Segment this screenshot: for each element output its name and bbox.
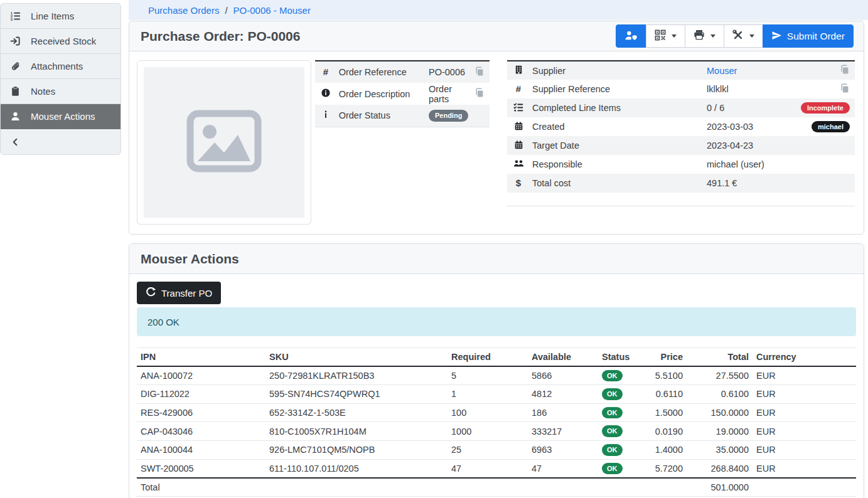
sidebar-collapse-button[interactable] bbox=[1, 129, 121, 154]
supplier-details-table: Supplier Mouser # Supplier Reference lkl… bbox=[507, 60, 855, 206]
sidebar-item-label: Attachments bbox=[31, 61, 83, 72]
table-row: Responsible michael (user) bbox=[507, 155, 855, 174]
breadcrumb: Purchase Orders / PO-0006 - Mouser bbox=[129, 0, 868, 20]
table-row: # Supplier Reference lklklkl bbox=[507, 80, 855, 98]
cell-price: 1.4000 bbox=[650, 441, 687, 460]
transfer-po-button[interactable]: Transfer PO bbox=[137, 282, 221, 304]
cell-required: 47 bbox=[447, 459, 528, 478]
detail-value: PO-0006 bbox=[426, 61, 471, 83]
cell-total: 0.6100 bbox=[687, 385, 753, 404]
detail-label: Responsible bbox=[530, 155, 704, 174]
cell-required: 1 bbox=[447, 385, 528, 404]
copy-icon[interactable] bbox=[840, 83, 850, 95]
table-row: Supplier Mouser bbox=[507, 61, 855, 80]
calendar-icon bbox=[514, 142, 523, 152]
info-circle-icon bbox=[321, 90, 331, 100]
print-actions-button[interactable] bbox=[685, 24, 724, 48]
sidebar-item-received-stock[interactable]: Received Stock bbox=[1, 29, 121, 54]
cell-currency: EUR bbox=[753, 385, 856, 404]
copy-icon[interactable] bbox=[840, 65, 850, 77]
table-row: DIG-112022 595-SN74HCS74QPWRQ1 1 4812 OK… bbox=[137, 385, 856, 404]
cell-currency: EUR bbox=[753, 441, 856, 460]
column-header-price: Price bbox=[650, 348, 687, 366]
cell-price: 5.5100 bbox=[650, 366, 687, 385]
cell-available: 333217 bbox=[528, 422, 598, 441]
paper-plane-icon bbox=[771, 30, 782, 43]
cell-total: 35.0000 bbox=[687, 441, 753, 460]
detail-label: Completed Line Items bbox=[530, 98, 704, 117]
qrcode-icon bbox=[655, 29, 666, 43]
detail-label: Order Description bbox=[336, 83, 426, 105]
table-row: SWT-200005 611-110.107.011/0205 47 47 OK… bbox=[137, 459, 856, 478]
table-row: Order Description Order parts bbox=[315, 83, 490, 105]
cell-sku: 250-72981KLRATR150B3 bbox=[265, 366, 447, 385]
table-row: Order Status Pending bbox=[315, 105, 490, 127]
submit-order-button[interactable]: Submit Order bbox=[763, 24, 854, 48]
copy-icon[interactable] bbox=[474, 66, 485, 78]
column-header-status: Status bbox=[598, 348, 650, 366]
mouser-actions-body: Transfer PO 200 OK IPN SKU Required Avai… bbox=[129, 274, 864, 498]
table-row: # Order Reference PO-0006 bbox=[315, 61, 490, 83]
column-header-total: Total bbox=[687, 348, 753, 366]
breadcrumb-link-current-order[interactable]: PO-0006 - Mouser bbox=[233, 5, 311, 16]
column-header-sku: SKU bbox=[265, 348, 447, 366]
table-row: ANA-100072 250-72981KLRATR150B3 5 5866 O… bbox=[137, 366, 856, 385]
table-row: Completed Line Items 0 / 6 Incomplete bbox=[507, 98, 855, 117]
sidebar-item-attachments[interactable]: Attachments bbox=[1, 54, 121, 79]
table-row: CAP-043046 810-C1005X7R1H104M 1000 33321… bbox=[137, 422, 856, 441]
cell-total: 268.8400 bbox=[687, 459, 753, 478]
chevron-left-icon bbox=[9, 137, 21, 147]
copy-icon[interactable] bbox=[474, 88, 485, 100]
detail-value: 491.1 € bbox=[704, 174, 790, 193]
cell-ipn: SWT-200005 bbox=[137, 459, 265, 478]
cell-ipn: RES-429006 bbox=[137, 403, 265, 422]
detail-label: Order Status bbox=[336, 105, 426, 127]
clipboard-icon bbox=[9, 86, 21, 97]
detail-value: michael (user) bbox=[704, 155, 790, 174]
cell-currency: EUR bbox=[753, 422, 856, 441]
cell-total: 19.0000 bbox=[687, 422, 753, 441]
mouser-actions-header: Mouser Actions bbox=[129, 244, 864, 274]
cell-total: 150.0000 bbox=[687, 403, 753, 422]
table-header-row: IPN SKU Required Available Status Price … bbox=[137, 348, 856, 366]
order-options-button[interactable] bbox=[724, 24, 763, 48]
supplier-link[interactable]: Mouser bbox=[707, 66, 737, 76]
detail-label: Total cost bbox=[530, 174, 704, 193]
sidebar-item-mouser-actions[interactable]: Mouser Actions bbox=[1, 104, 121, 129]
refresh-icon bbox=[146, 287, 156, 299]
detail-value: 2023-04-23 bbox=[704, 136, 790, 155]
mouser-actions-panel: Mouser Actions Transfer PO 200 OK IP bbox=[129, 243, 864, 498]
ok-badge: OK bbox=[602, 425, 623, 437]
image-placeholder bbox=[144, 67, 304, 218]
table-row: Target Date 2023-04-23 bbox=[507, 136, 855, 155]
cell-required: 1000 bbox=[447, 422, 528, 441]
sidebar-item-notes[interactable]: Notes bbox=[1, 79, 121, 104]
cell-available: 5866 bbox=[528, 366, 598, 385]
breadcrumb-link-purchase-orders[interactable]: Purchase Orders bbox=[148, 5, 219, 16]
info-icon bbox=[321, 111, 330, 121]
cell-sku: 810-C1005X7R1H104M bbox=[265, 422, 447, 441]
cell-currency: EUR bbox=[753, 459, 856, 478]
cell-available: 4812 bbox=[528, 385, 598, 404]
ok-badge: OK bbox=[602, 370, 623, 382]
cell-currency: EUR bbox=[753, 366, 856, 385]
table-row: Created 2023-03-03 michael bbox=[507, 117, 855, 136]
sidebar-item-label: Line Items bbox=[31, 11, 74, 21]
detail-value: lklklkl bbox=[704, 80, 790, 98]
order-image-card[interactable] bbox=[137, 60, 311, 225]
incomplete-badge: Incomplete bbox=[801, 102, 850, 114]
sidebar-item-line-items[interactable]: 1 2 3 Line Items bbox=[1, 4, 121, 29]
page-title: Purchase Order: PO-0006 bbox=[141, 29, 300, 44]
footer-total-label: Total bbox=[137, 478, 265, 496]
user-icon bbox=[9, 111, 21, 122]
cell-price: 1.5000 bbox=[650, 403, 687, 422]
user-shield-icon bbox=[624, 30, 638, 43]
barcode-actions-button[interactable] bbox=[646, 24, 685, 48]
detail-label: Order Reference bbox=[336, 61, 426, 83]
users-icon bbox=[513, 160, 524, 170]
caret-down-icon bbox=[749, 34, 754, 38]
cell-total: 27.5500 bbox=[687, 366, 753, 385]
column-header-currency: Currency bbox=[753, 348, 856, 366]
cell-required: 100 bbox=[447, 403, 528, 422]
admin-button[interactable] bbox=[616, 24, 646, 48]
